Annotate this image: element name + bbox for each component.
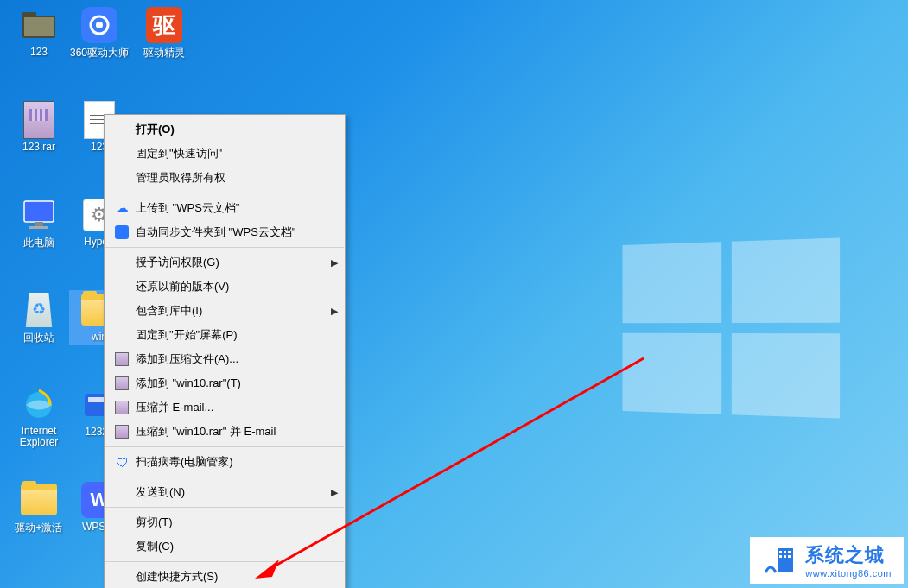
menu-grant-access[interactable]: 授予访问权限(G) ▶ — [105, 250, 345, 275]
icon-label: 回收站 — [23, 331, 54, 345]
menu-create-shortcut[interactable]: 创建快捷方式(S) — [105, 565, 345, 588]
red-app-icon: 驱 — [146, 7, 182, 43]
blank-icon — [113, 569, 130, 585]
svg-rect-17 — [779, 555, 782, 558]
menu-add-win10-rar[interactable]: 添加到 "win10.rar"(T) — [105, 371, 345, 395]
icon-label: 驱动+激活 — [15, 521, 62, 535]
blank-icon — [113, 303, 130, 319]
folder-icon — [21, 7, 57, 43]
svg-rect-14 — [779, 551, 782, 553]
blank-icon — [113, 170, 130, 186]
svg-rect-2 — [22, 12, 36, 17]
wps-icon — [113, 224, 130, 240]
icon-label: 123 — [30, 46, 48, 58]
winrar-icon — [113, 351, 130, 367]
svg-rect-6 — [35, 222, 43, 226]
menu-restore-prev[interactable]: 还原以前的版本(V) — [105, 275, 345, 299]
menu-separator — [105, 507, 344, 508]
menu-admin-ownership[interactable]: 管理员取得所有权 — [105, 166, 345, 190]
recycle-icon — [21, 292, 57, 328]
internet-explorer[interactable]: Internet Explorer — [9, 387, 69, 448]
svg-rect-7 — [29, 226, 48, 229]
menu-send-to[interactable]: 发送到(N) ▶ — [105, 480, 345, 504]
menu-pin-quick-access[interactable]: 固定到"快速访问" — [105, 142, 345, 166]
svg-rect-5 — [24, 201, 54, 222]
windows-logo — [622, 238, 840, 419]
svg-rect-19 — [788, 555, 791, 558]
menu-separator — [105, 446, 344, 447]
submenu-arrow-icon: ▶ — [331, 306, 338, 317]
blank-icon — [113, 122, 130, 137]
svg-rect-15 — [784, 551, 786, 553]
context-menu: 打开(O) 固定到"快速访问" 管理员取得所有权 ☁ 上传到 "WPS云文档" … — [104, 114, 346, 588]
blank-icon — [113, 515, 130, 530]
submenu-arrow-icon: ▶ — [331, 487, 338, 498]
menu-add-archive[interactable]: 添加到压缩文件(A)... — [105, 347, 345, 371]
recycle-bin[interactable]: 回收站 — [9, 292, 69, 345]
menu-separator — [105, 193, 344, 193]
winrar-icon — [113, 424, 130, 439]
pc-icon — [21, 197, 57, 233]
blank-icon — [113, 146, 130, 161]
menu-pin-start[interactable]: 固定到"开始"屏幕(P) — [105, 323, 345, 347]
blue-app-icon — [81, 7, 117, 43]
icon-label: 123.rar — [22, 141, 55, 153]
icon-label: Internet Explorer — [20, 426, 59, 448]
blank-icon — [113, 484, 130, 500]
ie-icon — [21, 387, 57, 423]
icon-label: 360驱动大师 — [70, 46, 129, 60]
menu-compress-win10-email[interactable]: 压缩到 "win10.rar" 并 E-mail — [105, 420, 345, 444]
rar-123[interactable]: 123.rar — [9, 102, 69, 153]
blank-icon — [113, 279, 130, 294]
menu-separator — [105, 561, 344, 562]
winrar-icon — [113, 376, 130, 391]
shield-icon: 🛡 — [113, 454, 130, 470]
menu-sync-wps[interactable]: 自动同步文件夹到 "WPS云文档" — [105, 220, 345, 244]
menu-cut[interactable]: 剪切(T) — [105, 510, 345, 534]
winrar-icon — [113, 400, 130, 415]
svg-rect-18 — [784, 555, 786, 558]
folder-icon — [21, 482, 57, 518]
blank-icon — [113, 539, 130, 554]
icon-label: 此电脑 — [23, 236, 54, 250]
icon-label: 驱动精灵 — [143, 46, 185, 60]
menu-separator — [105, 247, 344, 248]
svg-rect-1 — [24, 17, 54, 36]
menu-open[interactable]: 打开(O) — [105, 117, 345, 142]
folder-123[interactable]: 123 — [9, 7, 69, 58]
menu-scan-virus[interactable]: 🛡 扫描病毒(电脑管家) — [105, 450, 345, 474]
menu-upload-wps[interactable]: ☁ 上传到 "WPS云文档" — [105, 196, 345, 220]
menu-compress-email[interactable]: 压缩并 E-mail... — [105, 395, 345, 420]
menu-include-library[interactable]: 包含到库中(I) ▶ — [105, 299, 345, 323]
driver-genius[interactable]: 驱 驱动精灵 — [134, 7, 194, 60]
submenu-arrow-icon: ▶ — [331, 257, 338, 269]
rar-icon — [21, 102, 57, 138]
watermark-title: 系统之城 — [805, 542, 892, 568]
menu-separator — [105, 477, 344, 477]
blank-icon — [113, 327, 130, 343]
cloud-icon: ☁ — [113, 200, 130, 216]
this-pc[interactable]: 此电脑 — [9, 197, 69, 250]
menu-copy[interactable]: 复制(C) — [105, 534, 345, 559]
svg-point-4 — [96, 22, 103, 28]
blank-icon — [113, 255, 130, 270]
watermark-url: www.xitong86.com — [805, 568, 892, 579]
driver-master[interactable]: 360驱动大师 — [69, 7, 130, 60]
watermark-logo-icon — [762, 543, 797, 578]
watermark: 系统之城 www.xitong86.com — [750, 537, 904, 584]
driver-activate[interactable]: 驱动+激活 — [9, 482, 69, 535]
svg-rect-16 — [788, 551, 791, 553]
